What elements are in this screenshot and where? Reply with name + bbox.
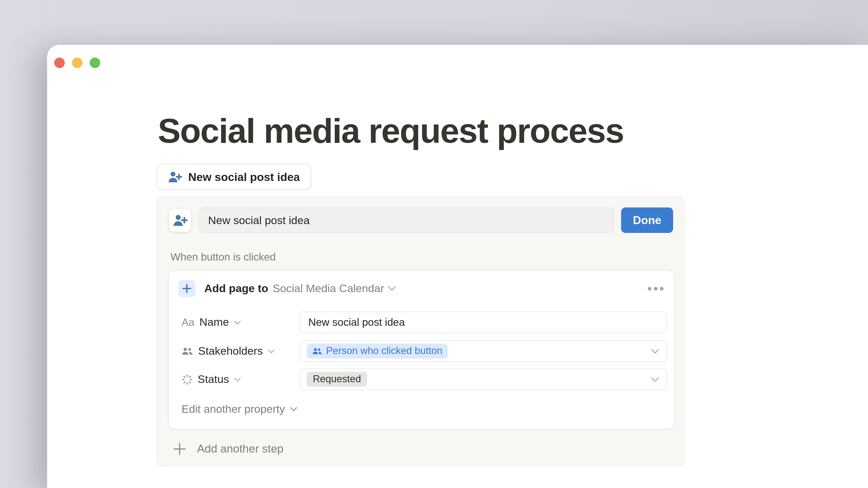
done-button[interactable]: Done	[621, 207, 673, 233]
chevron-down-icon	[651, 348, 659, 354]
action-label: Add page to	[204, 282, 268, 295]
text-icon: Aa	[182, 316, 194, 328]
property-stakeholders-selector[interactable]: Stakeholders	[182, 345, 274, 357]
property-label: Status	[197, 373, 229, 386]
add-another-step-label: Add another step	[197, 442, 283, 455]
chevron-down-icon	[234, 377, 241, 382]
action-step-card: Add page to Social Media Calendar ••• Aa…	[168, 270, 675, 429]
property-row-name: Aa Name	[182, 312, 666, 333]
person-add-icon	[168, 171, 182, 183]
chevron-down-icon	[290, 407, 297, 412]
chevron-down-icon	[268, 349, 274, 353]
people-icon	[312, 347, 322, 355]
property-label: Stakeholders	[198, 345, 263, 357]
chevron-down-icon	[234, 320, 241, 325]
more-options-button[interactable]: •••	[647, 280, 665, 298]
button-config-row: Done	[168, 207, 673, 233]
stakeholders-value-select[interactable]: Person who clicked button	[300, 340, 667, 362]
add-page-icon	[178, 280, 195, 297]
step-header: Add page to Social Media Calendar •••	[178, 280, 665, 298]
zoom-button[interactable]	[90, 58, 100, 68]
property-row-status: Status Requested	[182, 368, 666, 390]
button-editor-panel: Done When button is clicked Add page to …	[157, 196, 685, 466]
property-status-selector[interactable]: Status	[182, 373, 241, 386]
trigger-caption: When button is clicked	[170, 251, 276, 263]
target-database-select[interactable]: Social Media Calendar	[273, 282, 396, 295]
button-icon-picker[interactable]	[168, 208, 191, 232]
chevron-down-icon	[388, 286, 396, 291]
name-value-input[interactable]	[300, 312, 667, 333]
status-tag: Requested	[307, 372, 367, 387]
minimize-button[interactable]	[72, 58, 83, 68]
status-tag-label: Requested	[313, 373, 361, 385]
close-button[interactable]	[54, 58, 65, 68]
person-add-icon	[173, 214, 187, 227]
status-spinner-icon	[182, 374, 193, 385]
desktop: Social media request process New social …	[0, 0, 868, 488]
edit-another-property-label: Edit another property	[182, 403, 285, 416]
target-database-name: Social Media Calendar	[273, 282, 384, 295]
page-title: Social media request process	[158, 112, 624, 150]
property-row-stakeholders: Stakeholders	[182, 340, 666, 362]
trigger-chip-label: New social post idea	[188, 170, 300, 184]
people-icon	[182, 346, 193, 356]
property-name-selector[interactable]: Aa Name	[182, 316, 241, 328]
chevron-down-icon	[651, 377, 659, 382]
plus-icon	[173, 442, 186, 456]
person-tag: Person who clicked button	[307, 344, 448, 359]
add-another-step-button[interactable]: Add another step	[173, 439, 283, 458]
edit-another-property-button[interactable]: Edit another property	[182, 403, 297, 416]
person-tag-label: Person who clicked button	[326, 345, 442, 357]
app-window: Social media request process New social …	[47, 45, 868, 488]
property-label: Name	[199, 316, 229, 328]
status-value-select[interactable]: Requested	[300, 368, 667, 390]
button-name-input[interactable]	[199, 207, 614, 233]
new-social-post-idea-button[interactable]: New social post idea	[157, 164, 311, 190]
window-controls	[54, 58, 100, 68]
